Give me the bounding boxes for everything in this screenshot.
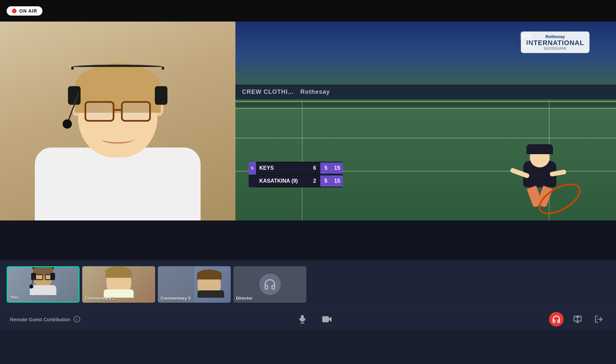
venue-name: INTERNATIONAL: [526, 39, 584, 47]
thumbnail-you-label: You: [10, 295, 18, 300]
svg-rect-4: [323, 317, 329, 322]
court-line-1: [235, 108, 616, 109]
camera-button[interactable]: [320, 312, 334, 327]
you-silhouette: [30, 267, 56, 295]
score-row-player2: KASATKINA (9) 2 5 15: [249, 175, 343, 187]
thumbnail-commentary2-label: Commentary 2: [85, 296, 115, 301]
glasses-left: [85, 101, 114, 122]
thumbnail-commentary2[interactable]: Commentary 2: [82, 266, 155, 303]
director-icon-bg: [259, 273, 281, 295]
player1-indicator: S: [249, 162, 256, 174]
venue-prefix: Rothesay: [545, 34, 565, 39]
bottom-toolbar: Remote Guest Contribution i: [0, 308, 616, 330]
net-area: [235, 101, 616, 108]
venue-city: EASTBOURNE: [544, 47, 567, 50]
leave-button[interactable]: [591, 312, 606, 327]
leave-icon: [594, 315, 603, 324]
toolbar-center: [80, 312, 549, 327]
app-label: Remote Guest Contribution: [10, 317, 70, 322]
shirt: [35, 148, 201, 220]
headset-band: [71, 65, 164, 70]
mouth: [101, 134, 134, 144]
player2-set1: 2: [309, 175, 320, 187]
on-air-text: ON AIR: [19, 8, 37, 14]
player-figure: [523, 161, 556, 187]
gap-area: [0, 220, 616, 260]
thumbnail-director-label: Director: [236, 296, 253, 301]
toolbar-right: [549, 312, 606, 327]
thumbnail-commentary3[interactable]: Commentary 3: [158, 266, 231, 303]
glasses-bridge: [114, 109, 121, 111]
wta-logo: WTA: [520, 31, 533, 40]
screen-share-icon: [573, 315, 582, 324]
player2-set2: 5: [320, 175, 332, 187]
comm3-silhouette: [198, 271, 224, 298]
thumbnail-strip: You Commentary 2 Commentary 3: [0, 260, 616, 308]
wta-text: WTA: [523, 34, 530, 38]
headset-cup-right: [155, 86, 167, 105]
player1-set2: 5: [320, 162, 332, 174]
ad-rothesay: Rothesay: [300, 89, 330, 95]
glasses-right: [121, 101, 151, 122]
headphone-active-icon: [552, 315, 561, 324]
headphone-icon: [264, 278, 276, 291]
player2-set3: 15: [332, 175, 343, 187]
atp-logo: ATP: [521, 41, 533, 50]
tennis-feed-panel: CREW CLOTHI... Rothesay: [235, 22, 616, 220]
top-bar: ON AIR: [0, 0, 616, 22]
info-icon[interactable]: i: [74, 316, 80, 323]
atp-text: ATP: [524, 44, 530, 48]
mic-button[interactable]: [295, 312, 310, 327]
head: [78, 68, 157, 157]
left-video-panel: [0, 22, 235, 220]
you-card-bg: [8, 267, 79, 302]
screen-share-button[interactable]: [570, 312, 585, 327]
svg-marker-3: [329, 317, 331, 321]
player1-set3: 15: [332, 162, 343, 174]
player1-name: KEYS: [256, 162, 309, 174]
player2-name: KASATKINA (9): [256, 175, 309, 187]
thumbnail-you[interactable]: You: [7, 266, 80, 303]
thumbnail-commentary3-label: Commentary 3: [160, 296, 190, 301]
comm2-silhouette: [104, 268, 134, 298]
player1-set1: 6: [309, 162, 320, 174]
main-content: CREW CLOTHI... Rothesay: [0, 22, 616, 220]
thumbnail-director[interactable]: Director: [233, 266, 306, 303]
on-air-dot: [12, 9, 17, 13]
court-line-2: [235, 138, 616, 139]
score-row-player1: S KEYS 6 5 15: [249, 162, 343, 175]
tennis-bg: CREW CLOTHI... Rothesay: [235, 22, 616, 220]
scoreboard: S KEYS 6 5 15: [249, 162, 343, 187]
ad-crew: CREW CLOTHI...: [242, 89, 294, 95]
mic-ball: [61, 118, 73, 130]
ad-boards: CREW CLOTHI... Rothesay: [235, 85, 616, 99]
commentator-video: [0, 22, 235, 220]
player2-indicator: [249, 175, 256, 187]
headphone-active-button[interactable]: [549, 312, 564, 327]
on-air-badge[interactable]: ON AIR: [7, 6, 42, 16]
court-line-v1: [302, 101, 303, 220]
